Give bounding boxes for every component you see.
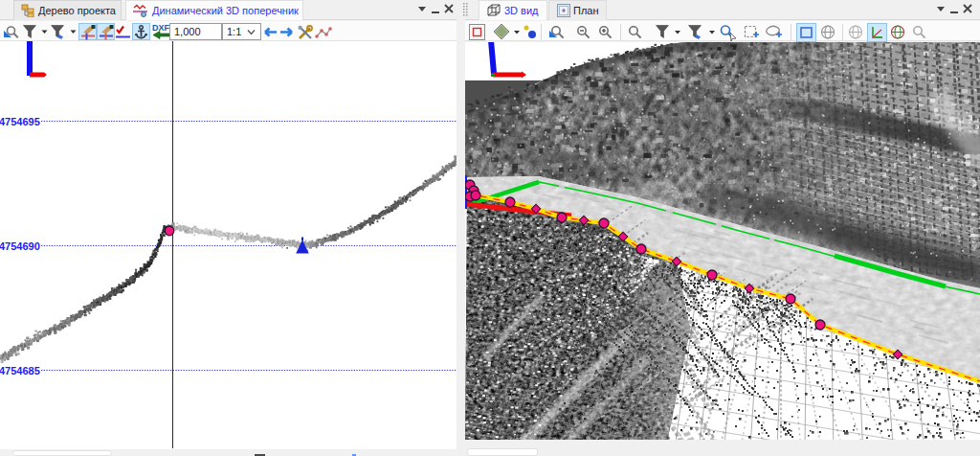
svg-text:4754695: 4754695 [0,116,40,127]
svg-text:4754690: 4754690 [0,240,40,252]
svg-text:1,000: 1,000 [174,26,201,37]
svg-text:DXF: DXF [152,23,170,33]
svg-text:4754685: 4754685 [0,365,40,376]
svg-text:1:1: 1:1 [227,26,241,37]
